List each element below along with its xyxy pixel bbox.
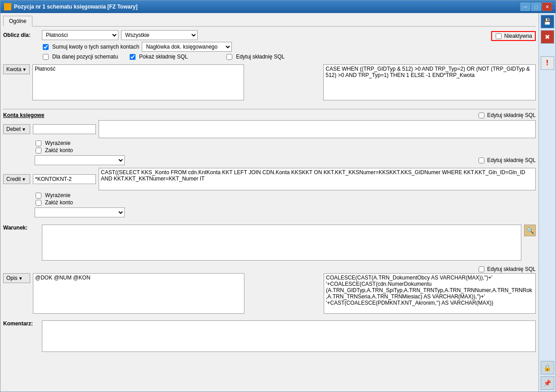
credit-right-textarea[interactable]: CAST((SELECT KKS_Konto FROM cdn.KntKonta… — [99, 168, 536, 190]
warning-icon: ! — [546, 59, 548, 67]
konta-label: Konta księgowe — [3, 112, 44, 118]
kwota-arrow-icon: ▼ — [22, 67, 27, 72]
nieaktywna-label: Nieaktywna — [504, 33, 532, 39]
form-section: Oblicz dla: Płatności Wszystkie — [3, 30, 536, 352]
oblicz-row1: Płatności Wszystkie — [42, 30, 285, 40]
credit-dropdown[interactable] — [35, 207, 125, 217]
pokaz-sql-checkbox[interactable] — [130, 54, 136, 60]
save-button[interactable]: 💾 — [541, 15, 554, 28]
opis-label: Opis — [6, 275, 18, 281]
close-button[interactable]: ✕ — [542, 3, 552, 11]
credit-row: Credit ▼ CAST((SELECT KKS_Konto FROM cdn… — [3, 168, 536, 190]
kwota-button[interactable]: Kwota ▼ — [3, 64, 30, 74]
edit-sql-konta-label: Edytuj składnię SQL — [487, 112, 536, 118]
tabs-container: Ogólne — [3, 16, 536, 27]
maximize-button[interactable]: □ — [531, 3, 541, 11]
debet-button[interactable]: Debet ▼ — [3, 124, 30, 134]
debet-row: Debet ▼ — [3, 120, 536, 138]
warunek-label: Warunek: — [3, 225, 39, 231]
komentarz-label: Komentarz: — [3, 320, 39, 327]
debet-input[interactable] — [33, 124, 96, 134]
debet-zaloz-checkbox[interactable] — [36, 148, 41, 153]
tab-ogolne[interactable]: Ogólne — [3, 16, 32, 27]
magnifier-button[interactable]: 🔍 — [524, 225, 536, 236]
credit-zaloz-checkbox[interactable] — [36, 200, 41, 206]
warunek-row: Warunek: 🔍 — [3, 225, 536, 261]
title-bar-left: Pozycja nr 1 schematu księgowania [FZ To… — [4, 3, 138, 10]
komentarz-row: Komentarz: — [3, 320, 536, 352]
debet-dropdown[interactable] — [35, 155, 125, 165]
window-title: Pozycja nr 1 schematu księgowania [FZ To… — [14, 4, 138, 10]
edytuj-sql-top-label: Edytuj składnię SQL — [236, 54, 285, 60]
credit-zaloz-row: Załóż konto — [35, 199, 536, 206]
opis-right-textarea[interactable]: COALESCE(CAST(A.TRN_DokumentObcy AS VARC… — [324, 273, 536, 314]
kwota-right-textarea[interactable]: CASE WHEN ((TRP_GIDTyp & 512) >0 AND TRP… — [323, 64, 536, 100]
debet-label: Debet — [6, 126, 21, 132]
title-bar-controls: ─ □ ✕ — [520, 3, 552, 11]
debet-wyrazenie-label: Wyrażenie — [45, 140, 71, 146]
warunek-section: Warunek: 🔍 — [3, 225, 536, 261]
debet-checkboxes-row: Wyrażenie — [35, 140, 536, 146]
edytuj-sql-top-checkbox[interactable] — [226, 54, 232, 60]
lock-button[interactable]: 🔒 — [541, 361, 554, 374]
kwota-right: CASE WHEN ((TRP_GIDTyp & 512) >0 AND TRP… — [323, 64, 536, 102]
credit-input[interactable] — [33, 174, 96, 184]
dla-danej-checkbox[interactable] — [43, 54, 49, 60]
opis-button[interactable]: Opis ▼ — [3, 273, 30, 283]
warning-button[interactable]: ! — [541, 56, 554, 70]
opis-content: @DOK @NUM @KON COALESCE(CAST(A.TRN_Dokum… — [33, 273, 536, 315]
opis-edit-sql-label: Edytuj składnię SQL — [487, 266, 536, 272]
content-area: Ogólne Oblicz dla: Płatności Wszystkie — [0, 13, 556, 392]
pin-button[interactable]: 📌 — [541, 376, 554, 390]
kwota-left: Płatność — [32, 64, 321, 102]
debet-wyrazenie-checkbox[interactable] — [36, 140, 41, 146]
sumuj-checkbox[interactable] — [43, 44, 49, 50]
credit-dropdown-row — [35, 207, 536, 217]
delete-button[interactable]: ✖ — [541, 30, 554, 44]
konta-header-row: Konta księgowe Edytuj składnię SQL — [3, 112, 536, 118]
opis-edit-sql-checkbox[interactable] — [479, 266, 484, 272]
platnosci-dropdown[interactable]: Płatności — [42, 30, 118, 40]
opis-left-textarea[interactable]: @DOK @NUM @KON — [33, 273, 244, 314]
debet-right-textarea[interactable] — [99, 120, 536, 138]
wszystkie-dropdown[interactable]: Wszystkie — [121, 30, 198, 40]
credit-arrow-icon: ▼ — [22, 177, 26, 182]
credit-button[interactable]: Credit ▼ — [3, 174, 30, 184]
warunek-textarea[interactable] — [42, 225, 521, 261]
nieaktywna-checkbox[interactable] — [496, 33, 502, 39]
debet-arrow-icon: ▼ — [22, 127, 26, 132]
oblicz-controls: Płatności Wszystkie Sumuj kwoty o tych s… — [42, 30, 285, 60]
debet-zaloz-row: Załóż konto — [35, 147, 536, 153]
pokaz-sql-label: Pokaż składnię SQL — [139, 54, 188, 60]
main-window: Pozycja nr 1 schematu księgowania [FZ To… — [0, 0, 556, 392]
kwota-content: Płatność CASE WHEN ((TRP_GIDTyp & 512) >… — [32, 64, 536, 102]
oblicz-row3: Dla danej pozycji schematu Pokaż składni… — [42, 54, 285, 60]
edit-sql-konta-checkbox[interactable] — [479, 113, 484, 118]
opis-right: COALESCE(CAST(A.TRN_DokumentObcy AS VARC… — [324, 273, 536, 315]
naglowka-dropdown[interactable]: Nagłówka dok. księgowanego — [142, 42, 232, 52]
credit-label: Credit — [6, 176, 21, 182]
kwota-left-textarea[interactable]: Płatność — [32, 64, 244, 100]
opis-edit-sql-row: Edytuj składnię SQL — [3, 266, 536, 272]
nieaktywna-section: Nieaktywna — [491, 31, 536, 41]
credit-wyrazenie-checkbox[interactable] — [36, 193, 41, 198]
credit-zaloz-label: Załóż konto — [45, 199, 73, 206]
debet-area: Debet ▼ Wyrażenie Załóż konto — [3, 120, 536, 165]
minimize-button[interactable]: ─ — [520, 3, 530, 11]
title-bar: Pozycja nr 1 schematu księgowania [FZ To… — [0, 0, 556, 13]
debet-edit-sql-checkbox[interactable] — [479, 158, 484, 163]
oblicz-dla-label: Oblicz dla: — [3, 30, 39, 38]
right-toolbar: 💾 ✖ ! 🔒 📌 — [538, 13, 556, 392]
sumuj-label: Sumuj kwoty o tych samych kontach — [52, 44, 139, 50]
oblicz-row2: Sumuj kwoty o tych samych kontach Nagłów… — [42, 42, 285, 52]
opis-section: Edytuj składnię SQL Opis ▼ @DOK @NUM @KO… — [3, 266, 536, 315]
debet-dropdown-row: Edytuj składnię SQL — [35, 155, 536, 165]
debet-edit-sql-label: Edytuj składnię SQL — [487, 157, 536, 163]
credit-wyrazenie-label: Wyrażenie — [45, 192, 71, 198]
credit-wyrazenie-row: Wyrażenie — [35, 192, 536, 198]
opis-arrow-icon: ▼ — [18, 276, 23, 281]
kwota-section: Kwota ▼ Płatność CASE WHEN ((TRP_GIDTyp … — [3, 64, 536, 102]
window-icon — [4, 3, 11, 10]
komentarz-textarea[interactable] — [42, 320, 536, 352]
oblicz-dla-section: Oblicz dla: Płatności Wszystkie — [3, 30, 536, 60]
